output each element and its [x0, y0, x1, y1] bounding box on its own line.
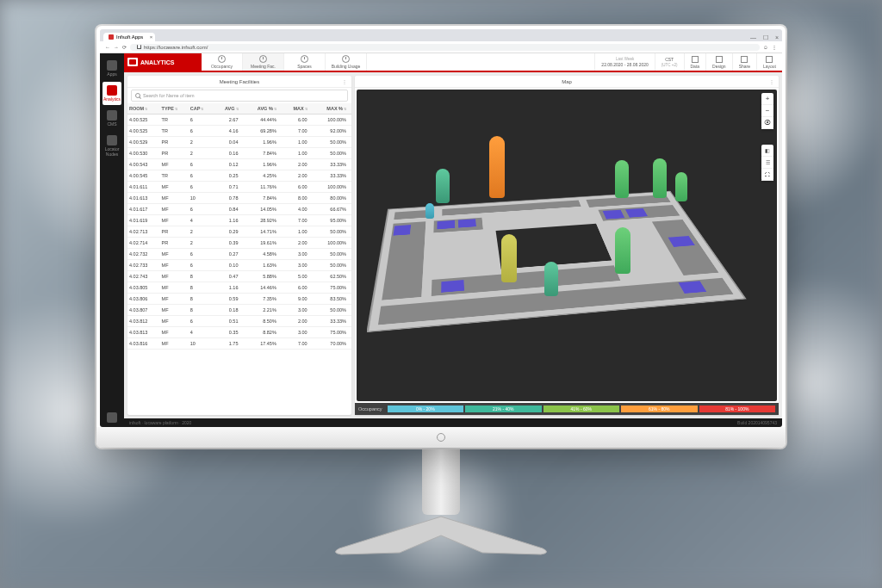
- apps-icon: [107, 60, 117, 71]
- table-row[interactable]: 4.03.812MF60.518.50%2.0033.33%: [127, 316, 351, 327]
- locator-icon: [107, 135, 117, 145]
- col-max-[interactable]: MAX %⇅: [313, 103, 351, 115]
- table-row[interactable]: 4.00.525TR64.1669.28%7.0092.00%: [127, 126, 351, 137]
- rail-item-cms[interactable]: CMS: [102, 107, 121, 130]
- zoom-out-button[interactable]: −: [761, 105, 773, 117]
- table-row[interactable]: 4.02.733MF60.101.63%3.0050.00%: [127, 260, 351, 271]
- floor-plan: [366, 191, 747, 333]
- nav-back-icon[interactable]: ←: [105, 45, 110, 50]
- map-3d-button[interactable]: ◧: [761, 145, 773, 157]
- header-btn-design[interactable]: Design: [705, 53, 732, 71]
- rail-item-logout[interactable]: [102, 409, 121, 427]
- col-max[interactable]: MAX⇅: [282, 103, 313, 115]
- map-reset-button[interactable]: ⦿: [761, 117, 773, 129]
- nav-fwd-icon[interactable]: →: [114, 45, 119, 50]
- table-row[interactable]: 4.00.543MF60.121.96%2.0033.33%: [127, 159, 351, 170]
- table-row[interactable]: 4.02.743MF80.475.88%5.0062.50%: [127, 271, 351, 282]
- address-bar[interactable]: https://locaware.infsoft.com/: [130, 44, 760, 51]
- sort-icon: ⇅: [201, 107, 203, 111]
- url-text: https://locaware.infsoft.com/: [144, 45, 208, 50]
- close-tab-icon[interactable]: ×: [150, 34, 153, 40]
- col-avg-[interactable]: AVG %⇅: [244, 103, 282, 115]
- table-row[interactable]: 4.02.713PR20.2914.71%1.0050.00%: [127, 226, 351, 238]
- table-row[interactable]: 4.02.732MF60.274.58%3.0050.00%: [127, 249, 351, 260]
- sort-icon: ⇅: [274, 107, 276, 111]
- table-row[interactable]: 4.03.816MF101.7517.45%7.0070.00%: [127, 338, 351, 350]
- header-tab-building-usage[interactable]: Building Usage: [326, 53, 367, 71]
- sort-icon: ⇅: [305, 107, 307, 111]
- table-row[interactable]: 4.00.545TR60.254.25%2.0033.33%: [127, 170, 351, 182]
- table-row[interactable]: 4.00.530PR20.167.84%1.0050.00%: [127, 148, 351, 159]
- table-row[interactable]: 4.03.806MF80.597.35%9.0083.50%: [127, 294, 351, 305]
- map-panel: Map ⋮ + − ⦿ ◧ ☰ ⛶: [355, 76, 779, 415]
- map-full-button[interactable]: ⛶: [761, 169, 773, 181]
- layout-icon: [766, 56, 773, 63]
- panel-menu-icon[interactable]: ⋮: [769, 78, 774, 84]
- legend-segment: 81% - 100%: [699, 405, 776, 412]
- header-btn-data[interactable]: Data: [684, 53, 706, 71]
- occupancy-cylinder: [501, 234, 517, 282]
- browser-toolbar: ← → ⟳ https://locaware.infsoft.com/ ☺ ⋮: [100, 41, 782, 53]
- window-min-icon[interactable]: —: [750, 34, 756, 41]
- occupancy-cylinder: [653, 158, 667, 198]
- data-icon: [692, 56, 699, 63]
- zoom-in-button[interactable]: +: [761, 93, 773, 105]
- map-layer-button[interactable]: ☰: [761, 157, 773, 169]
- col-cap[interactable]: CAP⇅: [189, 103, 214, 115]
- legend-segment: 41% - 60%: [543, 405, 620, 412]
- favicon: [109, 34, 114, 40]
- table-row[interactable]: 4.00.525TR62.6744.44%6.00100.00%: [127, 115, 351, 126]
- legend-segment: 61% - 80%: [621, 405, 698, 412]
- map-zoom-controls: + − ⦿: [761, 93, 773, 129]
- window-close-icon[interactable]: ×: [775, 34, 779, 41]
- col-avg[interactable]: AVG⇅: [214, 103, 244, 115]
- col-room[interactable]: ROOM⇅: [127, 103, 160, 115]
- table-row[interactable]: 4.00.529PR20.041.96%1.0050.00%: [127, 137, 351, 148]
- rail-item-analytics[interactable]: Analytics: [102, 82, 121, 105]
- occupancy-cylinder: [615, 227, 630, 274]
- legend-segment: 0% - 20%: [388, 405, 464, 412]
- nav-reload-icon[interactable]: ⟳: [122, 44, 127, 50]
- table-row[interactable]: 4.03.813MF40.358.82%3.0075.00%: [127, 327, 351, 338]
- tab-title: Infsoft Apps: [116, 34, 143, 40]
- clock-icon: [218, 55, 226, 63]
- map-legend: Occupancy 0% - 20%21% - 40%41% - 60%61% …: [355, 403, 779, 415]
- header-tab-meeting-fac-[interactable]: Meeting Fac.: [243, 53, 284, 71]
- sort-icon: ⇅: [175, 107, 177, 111]
- header-btn-layout[interactable]: Layout: [756, 53, 782, 71]
- search-icon: [135, 93, 140, 98]
- browser-profile-icon[interactable]: ☺: [763, 45, 768, 50]
- search-input[interactable]: Search for Name of item: [131, 90, 348, 102]
- rail-item-locator[interactable]: Locator Nodes: [102, 132, 121, 160]
- clock-icon: [301, 55, 308, 63]
- panel-menu-icon[interactable]: ⋮: [342, 78, 347, 84]
- monitor-frame: Infsoft Apps × — ☐ × ← → ⟳ https://locaw…: [96, 26, 786, 448]
- header-tab-occupancy[interactable]: Occupancy: [202, 53, 243, 71]
- table-row[interactable]: 4.03.805MF81.1614.46%6.0075.00%: [127, 282, 351, 294]
- table-row[interactable]: 4.03.807MF80.182.21%3.0050.00%: [127, 305, 351, 316]
- map-3d[interactable]: + − ⦿ ◧ ☰ ⛶: [357, 90, 777, 401]
- table-row[interactable]: 4.01.611MF60.7111.76%6.00100.00%: [127, 182, 351, 193]
- header-btn-share[interactable]: Share: [732, 53, 756, 71]
- browser-menu-icon[interactable]: ⋮: [772, 44, 777, 50]
- sort-icon: ⇅: [145, 107, 147, 111]
- lock-icon: [137, 45, 141, 49]
- table-row[interactable]: 4.01.613MF100.787.84%8.0080.00%: [127, 193, 351, 204]
- rail-item-apps[interactable]: Apps: [102, 57, 121, 80]
- table-row[interactable]: 4.02.714PR20.3919.61%2.00100.00%: [127, 238, 351, 249]
- app-header: ANALYTICS OccupancyMeeting Fac.SpacesBui…: [124, 53, 782, 72]
- timezone-picker[interactable]: CST (UTC +2): [655, 53, 684, 71]
- share-icon: [741, 56, 748, 63]
- table-row[interactable]: 4.01.619MF41.1628.92%7.0095.00%: [127, 215, 351, 226]
- table-row[interactable]: 4.01.617MF60.8414.05%4.0066.67%: [127, 204, 351, 215]
- app-rail: Apps Analytics CMS Locator Nodes: [100, 53, 124, 427]
- browser-tab[interactable]: Infsoft Apps ×: [103, 33, 155, 41]
- occupancy-cylinder: [675, 172, 687, 201]
- facilities-table[interactable]: ROOM⇅TYPE⇅CAP⇅AVG⇅AVG %⇅MAX⇅MAX %⇅4.00.5…: [127, 103, 351, 415]
- col-type[interactable]: TYPE⇅: [160, 103, 189, 115]
- date-range-picker[interactable]: Last Week 22.08.2020 - 28.08.2020: [594, 53, 655, 71]
- legend-segment: 21% - 40%: [465, 405, 542, 412]
- window-max-icon[interactable]: ☐: [763, 34, 768, 41]
- header-tab-spaces[interactable]: Spaces: [284, 53, 326, 71]
- facilities-panel: Meeting Facilities ⋮ Search for Name of …: [127, 76, 351, 415]
